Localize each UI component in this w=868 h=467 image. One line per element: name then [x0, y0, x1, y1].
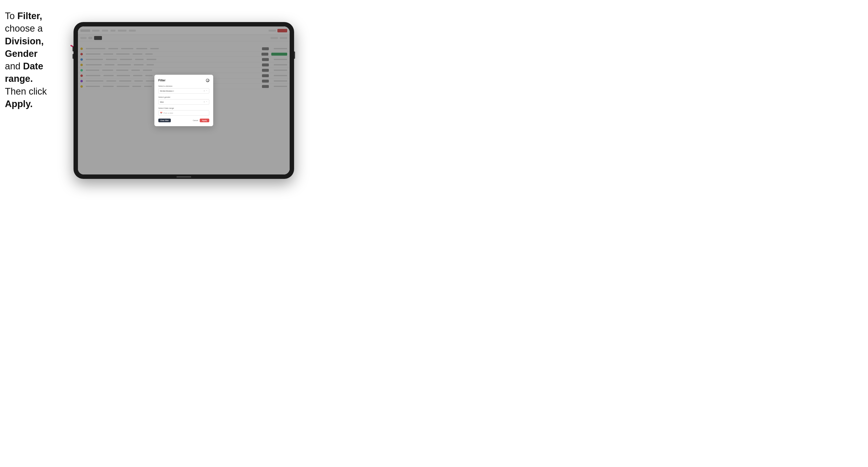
tablet-frame: Filter × Select a division NCAA Division… [73, 22, 294, 179]
gender-value: Men [160, 101, 204, 103]
date-placeholder: Pick a date [163, 112, 173, 114]
gender-clear-icon[interactable]: × [204, 101, 205, 103]
gender-select-actions: × ⌃ [204, 101, 208, 103]
instruction-text: To Filter, choose a Division, Gender and… [5, 10, 73, 110]
gender-label: Select gender [158, 96, 209, 98]
filter-modal: Filter × Select a division NCAA Division… [154, 75, 213, 126]
calendar-icon: 📅 [160, 112, 162, 114]
select-actions: × ⌃ [204, 90, 208, 92]
apply-button[interactable]: Apply [200, 119, 209, 122]
division-select[interactable]: NCAA Division I × ⌃ [158, 88, 209, 94]
division-chevron-icon: ⌃ [206, 90, 208, 92]
modal-title: Filter [158, 79, 165, 82]
power-button [294, 52, 295, 59]
division-clear-icon[interactable]: × [204, 90, 205, 92]
date-input[interactable]: 📅 Pick a date [158, 110, 209, 116]
cancel-button[interactable]: Cancel [193, 120, 198, 121]
gender-chevron-icon: ⌃ [206, 101, 208, 103]
modal-header: Filter × [158, 79, 209, 82]
modal-footer: Clear filter Cancel Apply [158, 119, 209, 122]
instruction-line3: and Date range. [5, 61, 43, 84]
tablet-screen: Filter × Select a division NCAA Division… [78, 27, 290, 175]
modal-overlay: Filter × Select a division NCAA Division… [78, 27, 290, 175]
home-indicator [177, 177, 191, 177]
instruction-line4: Then click Apply. [5, 86, 47, 109]
instruction-division-gender: Division, Gender [5, 36, 43, 59]
footer-right-actions: Cancel Apply [193, 119, 209, 122]
date-form-group: Select Date range 📅 Pick a date [158, 107, 209, 116]
volume-up-button [72, 46, 73, 52]
gender-form-group: Select gender Men × ⌃ [158, 96, 209, 105]
volume-down-button [72, 54, 73, 59]
division-form-group: Select a division NCAA Division I × ⌃ [158, 85, 209, 94]
date-label: Select Date range [158, 107, 209, 109]
division-label: Select a division [158, 85, 209, 87]
clear-filter-button[interactable]: Clear filter [158, 119, 171, 122]
close-button[interactable]: × [206, 79, 209, 82]
division-value: NCAA Division I [160, 90, 204, 92]
gender-select[interactable]: Men × ⌃ [158, 99, 209, 105]
instruction-line1: To Filter, choose a [5, 11, 43, 34]
